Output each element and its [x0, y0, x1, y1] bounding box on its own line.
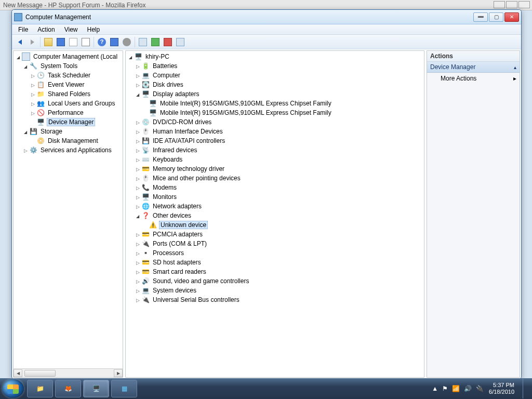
device-mice[interactable]: 🖱️Mice and other pointing devices	[126, 174, 424, 183]
back-button[interactable]	[14, 36, 25, 48]
update-driver-button[interactable]	[175, 36, 186, 48]
device-unknown-device[interactable]: ⚠️Unknown device	[126, 220, 424, 230]
bg-close-button[interactable]	[518, 1, 530, 8]
device-modems[interactable]: 📞Modems	[126, 183, 424, 192]
menu-action[interactable]: Action	[33, 25, 59, 34]
device-tree[interactable]: 🖥️khiry-PC 🔋Batteries 💻Computer 💽Disk dr…	[126, 51, 424, 377]
scroll-track[interactable]	[22, 369, 114, 377]
show-desktop-button[interactable]	[523, 379, 528, 398]
titlebar[interactable]: Computer Management ➖ ▢ ✕	[12, 10, 521, 24]
device-root-pc[interactable]: 🖥️khiry-PC	[126, 52, 424, 61]
tree-root-computer-management[interactable]: Computer Management (Local	[14, 52, 123, 61]
tree-services-applications[interactable]: ⚙️Services and Applications	[14, 145, 123, 155]
actions-section-device-manager[interactable]: Device Manager ▴	[427, 62, 520, 73]
toolbar-separator	[135, 37, 135, 47]
options-button[interactable]	[121, 36, 132, 48]
system-tray: ▲ ⚑ 📶 🔊 🔌 5:37 PM 6/18/2010	[432, 379, 530, 398]
actions-more-label: More Actions	[441, 75, 476, 82]
maximize-button[interactable]: ▢	[489, 12, 503, 22]
device-display-adapter-2[interactable]: 🖥️Mobile Intel(R) 915GM/GMS,910GML Expre…	[126, 108, 424, 117]
help-button[interactable]: ?	[96, 36, 108, 48]
device-display-adapter-1[interactable]: 🖥️Mobile Intel(R) 915GM/GMS,910GML Expre…	[126, 99, 424, 108]
actions-more-actions[interactable]: More Actions ▸	[427, 73, 520, 84]
toolbar-separator	[94, 37, 94, 47]
toolbar-separator	[40, 37, 41, 47]
tray-volume-icon[interactable]: 🔊	[464, 385, 472, 392]
device-computer[interactable]: 💻Computer	[126, 71, 424, 80]
uninstall-button[interactable]	[162, 36, 174, 48]
device-other-devices[interactable]: ❓Other devices	[126, 211, 424, 220]
device-disk-drives[interactable]: 💽Disk drives	[126, 80, 424, 89]
tree-device-manager[interactable]: 🖥️Device Manager	[14, 117, 123, 127]
device-sd-host[interactable]: 💳SD host adapters	[126, 258, 424, 267]
properties-button[interactable]	[80, 36, 91, 48]
device-ports[interactable]: 🔌Ports (COM & LPT)	[126, 239, 424, 248]
app-icon	[14, 13, 22, 21]
tree-task-scheduler[interactable]: 🕒Task Scheduler	[14, 71, 123, 80]
device-dvd[interactable]: 💿DVD/CD-ROM drives	[126, 117, 424, 127]
device-system-devices[interactable]: 💻System devices	[126, 286, 424, 295]
device-keyboards[interactable]: ⌨️Keyboards	[126, 155, 424, 164]
tree-system-tools[interactable]: 🔧System Tools	[14, 61, 123, 71]
tray-power-icon[interactable]: 🔌	[476, 385, 484, 392]
tray-icons[interactable]: ▲ ⚑ 📶 🔊 🔌	[432, 385, 484, 392]
console-tree[interactable]: Computer Management (Local 🔧System Tools…	[14, 51, 123, 368]
tray-flag-icon[interactable]: ⚑	[442, 385, 448, 392]
scroll-left-button[interactable]: ◀	[14, 369, 22, 377]
taskbar-explorer[interactable]: 📁	[27, 380, 53, 397]
console-tree-pane: Computer Management (Local 🔧System Tools…	[13, 50, 123, 378]
device-sound[interactable]: 🔊Sound, video and game controllers	[126, 276, 424, 286]
device-monitors[interactable]: 🖥️Monitors	[126, 192, 424, 202]
show-hide-tree-button[interactable]	[55, 36, 66, 48]
up-button[interactable]	[43, 36, 54, 48]
device-memory-technology[interactable]: 💳Memory technology driver	[126, 164, 424, 174]
computer-management-window: Computer Management ➖ ▢ ✕ File Action Vi…	[11, 9, 522, 379]
add-hardware-button[interactable]	[150, 36, 161, 48]
device-processors[interactable]: ▪️Processors	[126, 248, 424, 258]
device-batteries[interactable]: 🔋Batteries	[126, 61, 424, 71]
scan-hardware-button[interactable]	[137, 36, 149, 48]
taskbar-firefox[interactable]: 🦊	[55, 380, 81, 397]
menu-view[interactable]: View	[60, 25, 82, 34]
minimize-button[interactable]: ➖	[473, 12, 488, 22]
bg-minimize-button[interactable]	[494, 1, 505, 8]
tree-shared-folders[interactable]: 📁Shared Folders	[14, 89, 123, 99]
toolbar: ?	[12, 35, 521, 49]
menu-help[interactable]: Help	[83, 25, 104, 34]
tree-event-viewer[interactable]: 📋Event Viewer	[14, 80, 123, 89]
device-display-adapters[interactable]: 🖥️Display adapters	[126, 89, 424, 99]
device-tree-pane: 🖥️khiry-PC 🔋Batteries 💻Computer 💽Disk dr…	[125, 50, 424, 378]
tree-disk-management[interactable]: 📀Disk Management	[14, 136, 123, 145]
left-horizontal-scrollbar[interactable]: ◀ ▶	[14, 368, 123, 377]
device-ide[interactable]: 💾IDE ATA/ATAPI controllers	[126, 136, 424, 145]
collapse-section-icon[interactable]: ▴	[514, 64, 516, 70]
forward-button[interactable]	[26, 36, 38, 48]
close-button[interactable]: ✕	[504, 12, 519, 22]
tray-clock[interactable]: 5:37 PM 6/18/2010	[489, 382, 514, 395]
taskbar-computer-management[interactable]: 🖥️	[83, 380, 109, 397]
device-network-adapters[interactable]: 🌐Network adapters	[126, 202, 424, 211]
export-list-button[interactable]	[68, 36, 79, 48]
scroll-right-button[interactable]: ▶	[114, 369, 123, 377]
tray-network-icon[interactable]: 📶	[452, 385, 460, 392]
tree-performance[interactable]: 🚫Performance	[14, 108, 123, 117]
scroll-thumb[interactable]	[24, 370, 56, 377]
device-smartcard[interactable]: 💳Smart card readers	[126, 267, 424, 276]
taskbar[interactable]: 📁 🦊 🖥️ ▦ ▲ ⚑ 📶 🔊 🔌 5:37 PM 6/18/2010	[0, 378, 532, 399]
device-hid[interactable]: 🖱️Human Interface Devices	[126, 127, 424, 136]
actions-sub-label: Device Manager	[430, 63, 475, 71]
start-button[interactable]	[2, 379, 24, 398]
device-usb[interactable]: 🔌Universal Serial Bus controllers	[126, 295, 424, 304]
view-button[interactable]	[109, 36, 120, 48]
taskbar-app[interactable]: ▦	[111, 380, 137, 397]
tree-local-users-groups[interactable]: 👥Local Users and Groups	[14, 99, 123, 108]
tray-time-label: 5:37 PM	[489, 382, 514, 389]
bg-maximize-button[interactable]	[506, 1, 517, 8]
window-title: Computer Management	[25, 14, 473, 21]
device-pcmcia[interactable]: 💳PCMCIA adapters	[126, 230, 424, 239]
tray-up-icon[interactable]: ▲	[432, 385, 438, 392]
tree-storage[interactable]: 💾Storage	[14, 127, 123, 136]
device-infrared[interactable]: 📡Infrared devices	[126, 145, 424, 155]
actions-pane: Actions Device Manager ▴ More Actions ▸	[427, 50, 520, 378]
menu-file[interactable]: File	[14, 25, 32, 34]
